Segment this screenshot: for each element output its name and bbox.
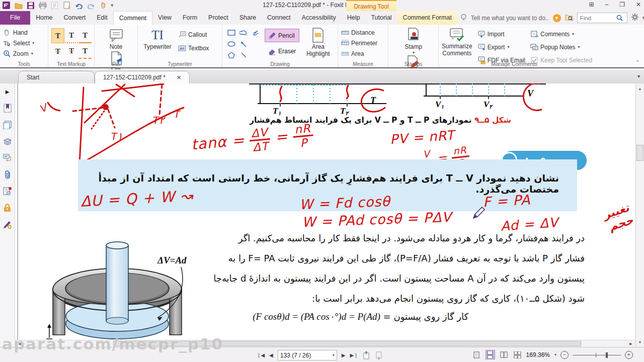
menu-tab-home[interactable]: Home — [30, 11, 58, 25]
menu-tab-view[interactable]: View — [152, 11, 177, 25]
menu-tab-form[interactable]: Form — [177, 11, 203, 25]
polyline-tool-icon[interactable] — [252, 30, 259, 36]
search-icon[interactable] — [616, 15, 623, 21]
import-comments-button[interactable]: Import — [477, 29, 525, 39]
expand-panel-icon[interactable]: ▶ — [3, 86, 13, 97]
scroll-down-icon[interactable]: ▼ — [636, 338, 644, 346]
security-panel-icon[interactable] — [3, 203, 13, 213]
select-button[interactable]: T Select▾ — [3, 38, 45, 48]
stamp-button[interactable]: Stamp ▾ — [403, 27, 424, 55]
tab-list-dropdown-icon[interactable]: ▾ — [637, 73, 640, 79]
previous-view-icon[interactable] — [363, 351, 370, 359]
scroll-up-icon[interactable]: ▲ — [636, 84, 644, 93]
line-tool-icon[interactable] — [240, 52, 247, 58]
collapse-ribbon-icon[interactable]: ⌃ — [635, 59, 640, 66]
replace-text-tool[interactable]: T — [65, 44, 78, 59]
rectangle-tool-icon[interactable] — [227, 30, 235, 36]
menu-tab-file[interactable]: File — [0, 11, 30, 25]
highlight-text-tool[interactable]: T — [51, 28, 64, 43]
menu-tab-comment[interactable]: Comment — [113, 11, 152, 25]
textbox-button[interactable]: A≡ Textbox — [178, 43, 209, 53]
callout-button[interactable]: Callout — [178, 29, 209, 40]
pencil-button[interactable]: Pencil — [265, 29, 299, 42]
sign-panel-icon[interactable] — [3, 219, 13, 229]
perimeter-button[interactable]: Perimeter — [341, 38, 385, 48]
menu-tab-comment-format[interactable]: Comment Format — [397, 11, 457, 25]
tab-start[interactable]: Start — [18, 71, 95, 84]
zoom-out-icon[interactable]: − — [560, 351, 569, 359]
export-comments-button[interactable]: Export▾ — [477, 42, 525, 52]
menu-tab-tutorial[interactable]: Tutorial — [365, 11, 397, 25]
zoom-slider[interactable] — [573, 351, 621, 359]
vertical-scrollbar[interactable]: ▲ ▼ — [635, 83, 644, 347]
search-folder-icon[interactable] — [565, 14, 573, 22]
gear-dropdown-icon[interactable]: ▾ — [642, 15, 644, 21]
handwriting-f-pa[interactable]: F = PA — [482, 192, 531, 210]
tab-document[interactable]: 127-152-C110209.pdf *✕ — [95, 71, 190, 84]
scroll-right-icon[interactable]: ▶ — [627, 341, 634, 347]
underline-tool[interactable]: T — [78, 28, 92, 43]
pages-panel-icon[interactable] — [3, 120, 13, 130]
tab-close-icon[interactable]: ✕ — [177, 74, 181, 80]
strikeout-tool[interactable]: T — [51, 44, 64, 59]
menu-tab-edit[interactable]: Edit — [91, 11, 113, 25]
hand-drawn-vt-sketch[interactable]: V T۱ T۲ T — [18, 83, 239, 171]
cloud-tool-icon[interactable] — [239, 30, 248, 36]
menu-tab-connect[interactable]: Connect — [262, 11, 296, 25]
last-page-icon[interactable]: ▶❘ — [350, 352, 358, 358]
typewriter-button[interactable]: TI Typewriter — [141, 27, 174, 53]
oval-tool-icon[interactable] — [227, 41, 235, 47]
eraser-button[interactable]: Eraser — [265, 44, 299, 58]
note-button[interactable]: Note — [107, 27, 126, 50]
area-button[interactable]: Area — [341, 48, 385, 59]
digital-signatures-panel-icon[interactable] — [3, 186, 13, 196]
zoom-level-value[interactable]: 169.36% — [526, 351, 550, 358]
handwriting-volume-change[interactable]: تغییر حجم — [590, 201, 635, 238]
zoom-slider-handle[interactable] — [606, 352, 608, 358]
popup-notes-button[interactable]: Popup Notes▾ — [530, 42, 592, 52]
facing-view-icon[interactable] — [499, 350, 509, 359]
find-input[interactable] — [579, 15, 616, 22]
tell-me-box[interactable]: Tell me what you want to do.. — [471, 15, 549, 22]
continuous-facing-view-icon[interactable] — [513, 350, 522, 359]
heart-icon[interactable]: ♥ — [553, 14, 561, 22]
menu-tab-accessibility[interactable]: Accessibility — [296, 11, 342, 25]
window-layout-icon[interactable]: ⊞ — [589, 1, 594, 8]
restore-icon[interactable]: ❐ — [619, 1, 625, 8]
next-page-icon[interactable]: ▶ — [342, 352, 346, 358]
zoom-button[interactable]: Zoom▾ — [3, 48, 45, 59]
insert-text-tool[interactable]: T — [78, 44, 92, 59]
zoom-in-icon[interactable]: + — [625, 351, 633, 359]
gear-icon[interactable] — [631, 14, 638, 22]
menu-tab-share[interactable]: Share — [234, 11, 262, 25]
continuous-view-icon[interactable] — [486, 350, 495, 359]
page-number-box[interactable]: 133 (7 / 26) ▾ — [278, 350, 337, 360]
zoom-dropdown-status-icon[interactable]: ▾ — [554, 352, 556, 357]
menu-tab-convert[interactable]: Convert — [58, 11, 92, 25]
arrow-tool-icon[interactable] — [240, 41, 247, 47]
summarize-comments-button[interactable]: Summarize Comments — [442, 27, 472, 65]
first-page-icon[interactable]: ❘◀ — [257, 352, 265, 358]
close-icon[interactable]: ✕ — [636, 1, 641, 8]
next-view-icon[interactable] — [375, 351, 382, 359]
minimize-icon[interactable]: – — [605, 1, 608, 8]
context-tab-drawing-tool[interactable]: Drawing Tool — [346, 0, 396, 11]
polygon-tool-icon[interactable] — [228, 52, 235, 58]
squiggly-underline-tool[interactable]: T — [65, 28, 78, 43]
hand-button[interactable]: Hand — [3, 27, 45, 38]
area-highlight-button[interactable]: Area Highlight — [302, 27, 334, 60]
pdf-page[interactable]: T۱ T۲ T V۱ V۲ V شکل ۵ــ۹ نمودارهای P ــ … — [15, 83, 635, 347]
menu-tab-help[interactable]: Help — [342, 11, 366, 25]
previous-page-icon[interactable]: ◀ — [269, 352, 273, 358]
handwriting-pv-nrt[interactable]: PV = nRT — [389, 128, 455, 147]
distance-button[interactable]: Distance — [341, 27, 385, 38]
vertical-scroll-thumb[interactable] — [636, 145, 643, 161]
layers-panel-icon[interactable] — [3, 136, 13, 146]
handwriting-work-expanded[interactable]: W = PAd cosθ = PΔV — [302, 209, 452, 230]
menu-tab-protect[interactable]: Protect — [203, 11, 234, 25]
attachments-panel-icon[interactable] — [3, 169, 13, 179]
comments-panel-strip-icon[interactable] — [3, 153, 13, 163]
comments-panel-button[interactable]: Comments▾ — [530, 29, 592, 39]
bookmarks-panel-icon[interactable] — [3, 103, 13, 113]
handwriting-work-formula[interactable]: W = Fd cosθ — [299, 194, 391, 212]
